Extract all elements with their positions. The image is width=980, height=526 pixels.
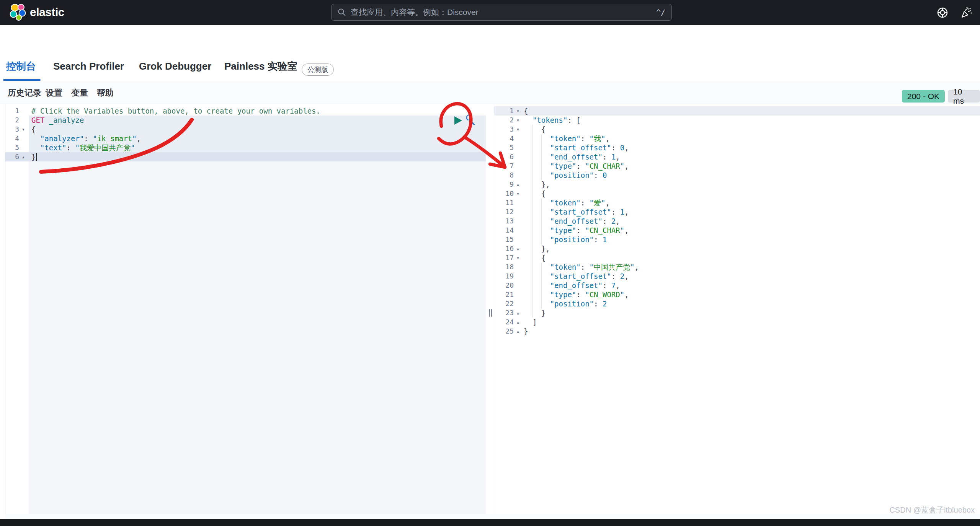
response-time-badge: 10 ms: [948, 90, 980, 103]
editor-line-number: 5: [5, 143, 19, 152]
tab-console[interactable]: 控制台: [6, 52, 36, 81]
whats-new-icon[interactable]: [960, 6, 973, 19]
output-line-number: 25: [498, 327, 514, 336]
fold-up-icon[interactable]: ▴: [515, 180, 521, 189]
active-line-highlight: [5, 152, 486, 161]
editor-code-line[interactable]: "text": "我爱中国共产党": [31, 143, 135, 152]
tab-painless-[interactable]: Painless 实验室: [224, 52, 297, 81]
output-code-line[interactable]: }: [524, 308, 546, 318]
fold-down-icon[interactable]: ▾: [20, 125, 26, 134]
fold-down-icon[interactable]: ▾: [515, 125, 521, 134]
output-code-line[interactable]: ]: [524, 318, 537, 327]
fold-down-icon[interactable]: ▾: [515, 106, 521, 116]
output-code-line[interactable]: "tokens": [: [524, 116, 581, 125]
output-code-line[interactable]: {: [524, 189, 546, 198]
output-line-number: 21: [498, 290, 514, 299]
send-request-button[interactable]: [454, 116, 462, 125]
watermark: CSDN @蓝盒子itbluebox: [889, 505, 975, 515]
output-code-line[interactable]: "start_offset": 1,: [524, 207, 629, 217]
brand-wordmark[interactable]: elastic: [30, 6, 64, 19]
output-code-line[interactable]: "position": 1: [524, 235, 607, 244]
output-line-number: 7: [498, 161, 514, 171]
beta-badge: 公测版: [302, 64, 334, 76]
output-code-line[interactable]: "token": "爱",: [524, 198, 610, 207]
fold-up-icon[interactable]: ▴: [515, 308, 521, 318]
output-code-line[interactable]: "type": "CN_CHAR",: [524, 226, 629, 235]
fold-up-icon[interactable]: ▴: [515, 244, 521, 253]
output-code-line[interactable]: "token": "我",: [524, 134, 610, 143]
output-code-line[interactable]: "start_offset": 0,: [524, 143, 629, 152]
output-line-number: 11: [498, 198, 514, 207]
output-line-number: 18: [498, 262, 514, 272]
editor-line-number: 3: [5, 125, 19, 134]
editor-code-line[interactable]: GET _analyze: [31, 116, 84, 125]
fold-up-icon[interactable]: ▴: [20, 152, 26, 161]
help-icon[interactable]: [936, 6, 949, 19]
output-code-line[interactable]: "end_offset": 2,: [524, 217, 620, 226]
tab-grok-debugger[interactable]: Grok Debugger: [139, 52, 211, 81]
output-line-number: 16: [498, 244, 514, 253]
console-menu-item-2[interactable]: 变量: [71, 87, 88, 99]
output-code-line[interactable]: {: [524, 106, 528, 116]
output-line-number: 19: [498, 272, 514, 281]
bottom-bar: [0, 519, 980, 526]
output-code-line[interactable]: "token": "中国共产党",: [524, 262, 639, 272]
output-code-line[interactable]: "start_offset": 2,: [524, 272, 629, 281]
editor-code-line[interactable]: "analyzer": "ik_smart",: [31, 134, 141, 143]
output-line-number: 9: [498, 180, 514, 189]
global-search-input[interactable]: 查找应用、内容等。例如：Discover ^/: [331, 4, 672, 21]
console-menu-item-1[interactable]: 设置: [46, 87, 62, 99]
editor-line-number: 1: [5, 106, 19, 116]
output-code-line[interactable]: },: [524, 244, 550, 253]
output-code-line[interactable]: {: [524, 125, 546, 134]
output-line-number: 1: [498, 106, 514, 116]
output-line-number: 17: [498, 253, 514, 262]
editor-line-number: 4: [5, 134, 19, 143]
console-toolbar: 历史记录设置变量帮助: [0, 81, 980, 104]
breadcrumb-bar: D 开发工具 控制台: [0, 25, 980, 52]
output-line-number: 3: [498, 125, 514, 134]
output-code-line[interactable]: "end_offset": 7,: [524, 281, 620, 290]
fold-up-icon[interactable]: ▴: [515, 327, 521, 336]
output-line-number: 5: [498, 143, 514, 152]
output-code-line[interactable]: }: [524, 327, 528, 336]
output-code-line[interactable]: {: [524, 253, 546, 262]
output-line-number: 22: [498, 299, 514, 308]
devtools-tabs: 控制台Search ProfilerGrok DebuggerPainless …: [0, 52, 980, 81]
output-line-number: 23: [498, 308, 514, 318]
editor-line-number: 2: [5, 116, 19, 125]
output-code-line[interactable]: },: [524, 180, 550, 189]
fold-down-icon[interactable]: ▾: [515, 253, 521, 262]
output-line-number: 13: [498, 217, 514, 226]
status-badge: 200 - OK: [902, 90, 945, 103]
tab-search-profiler[interactable]: Search Profiler: [53, 52, 124, 81]
output-code-line[interactable]: "type": "CN_CHAR",: [524, 161, 629, 171]
editor-code-line[interactable]: }: [31, 152, 36, 161]
fold-down-icon[interactable]: ▾: [515, 189, 521, 198]
output-line-number: 14: [498, 226, 514, 235]
output-code-line[interactable]: "position": 2: [524, 299, 607, 308]
fold-down-icon[interactable]: ▾: [515, 116, 521, 125]
elastic-logo-icon[interactable]: [9, 3, 27, 21]
console-menu-item-0[interactable]: 历史记录: [8, 87, 41, 99]
output-code-line[interactable]: "end_offset": 1,: [524, 152, 620, 161]
editor-line-number: 6: [5, 152, 19, 161]
output-line-number: 4: [498, 134, 514, 143]
output-code-line[interactable]: "type": "CN_WORD",: [524, 290, 629, 299]
output-line-number: 6: [498, 152, 514, 161]
request-editor[interactable]: [5, 104, 486, 519]
search-icon: [338, 8, 346, 16]
output-line-number: 2: [498, 116, 514, 125]
text-cursor: [36, 153, 37, 161]
panel-resize-handle[interactable]: [488, 309, 493, 317]
search-shortcut-hint: ^/: [656, 8, 665, 17]
editor-bottom-strip: [5, 514, 980, 519]
output-line-number: 20: [498, 281, 514, 290]
editor-code-line[interactable]: {: [31, 125, 36, 134]
fold-up-icon[interactable]: ▴: [515, 318, 521, 327]
editor-code-line[interactable]: # Click the Variables button, above, to …: [31, 106, 320, 116]
console-menu-item-3[interactable]: 帮助: [97, 87, 114, 99]
output-code-line[interactable]: "position": 0: [524, 171, 607, 180]
top-header: elastic 查找应用、内容等。例如：Discover ^/: [0, 0, 980, 25]
request-options-wrench-icon[interactable]: [464, 114, 476, 127]
